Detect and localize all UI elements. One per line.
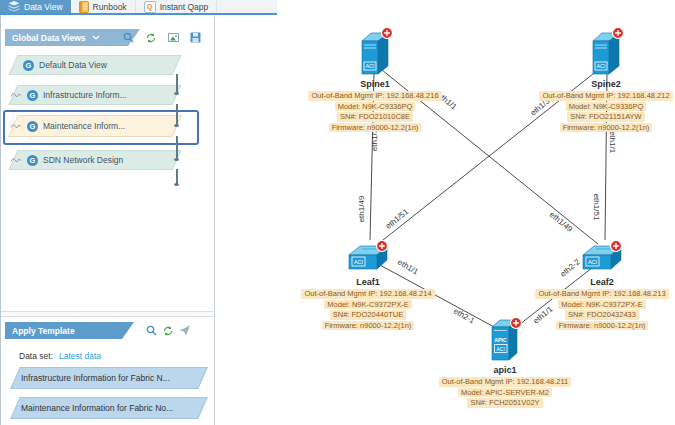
layer-pin-dot [174,92,179,95]
aci-tag: ACI [588,259,598,265]
sidebar-item-sdn-network-design[interactable]: G SDN Network Design [1,150,201,170]
device-info-line: Out-of-Band Mgmt IP: 192.168.48.216 [308,91,441,101]
layer-pin [176,74,178,94]
apic-server-icon: APIC ACI [487,314,523,364]
save-icon[interactable] [190,32,201,43]
device-name: Leaf1 [356,277,380,287]
apply-template-header: Apply Template [5,322,134,339]
device-name: Spine2 [591,79,621,89]
device-name: apic1 [493,365,516,375]
runbook-icon [79,1,89,13]
link-label: eth1/3 [370,129,379,151]
tab-runbook[interactable]: Runbook [71,0,136,13]
device-name: Leaf2 [590,277,614,287]
spine-switch-icon: ACI [357,26,393,78]
data-set-row: Data set: Latest data [19,351,101,361]
alert-badge-icon [382,28,393,39]
device-node-spine2[interactable]: ACI Spine2 Out-of-Band Mgmt IP: 192.168.… [521,26,675,132]
device-info-labels: Out-of-Band Mgmt IP: 192.168.48.211 Mode… [439,377,572,408]
data-set-label: Data set: [19,351,53,361]
tab-label: Instant Qapp [160,2,209,12]
app-window: Data View Runbook Q Instant Qapp Global … [0,0,675,425]
global-data-views-header[interactable]: Global Data Views [5,29,140,46]
aci-tag: ACI [596,63,606,69]
global-badge-icon: G [27,90,38,101]
aci-tag: ACI [354,259,364,265]
device-name: Spine1 [360,79,390,89]
tab-label: Data View [24,2,63,12]
aci-tag: ACI [497,346,505,352]
link-label: eth1/51 [384,207,410,231]
sidebar-item-label: Maintenance Inform... [43,121,125,131]
device-info-line: SN#: FDO20440TUE [330,310,406,320]
alert-badge-icon [611,241,622,252]
chevron-down-icon [92,35,100,40]
apply-send-icon[interactable] [179,325,191,336]
device-info-line: Firmware: n9000-12.2(1n) [329,123,422,133]
device-info-line: Out-of-Band Mgmt IP: 192.168.48.211 [439,377,572,387]
link-label: eth1/49 [548,210,574,234]
search-icon[interactable] [123,32,134,43]
signature-icon [10,156,22,164]
device-info-labels: Out-of-Band Mgmt IP: 192.168.48.214 Mode… [301,289,434,330]
template-item-maintenance[interactable]: Maintenance Information for Fabric No... [1,397,211,419]
device-info-line: Model: N9K-C9372PX-E [558,300,645,310]
device-info-line: SN#: FDO21010C8E [337,112,413,122]
apply-template-toolbar [146,325,191,337]
leaf-switch-icon: ACI [580,238,624,276]
refresh-icon[interactable] [145,32,157,44]
search-icon[interactable] [146,325,157,336]
global-badge-icon: G [23,60,34,71]
device-info-labels: Out-of-Band Mgmt IP: 192.168.48.216 Mode… [308,91,441,132]
sidebar-item-label: SDN Network Design [43,155,123,165]
device-info-line: Out-of-Band Mgmt IP: 192.168.48.212 [539,91,672,101]
device-info-line: Out-of-Band Mgmt IP: 192.168.48.213 [535,289,668,299]
sidebar-item-label: Infrastructure Inform... [43,90,127,100]
device-node-spine1[interactable]: ACI Spine1 Out-of-Band Mgmt IP: 192.168.… [290,26,460,132]
device-info-line: SN#: FCH2051V02Y [467,398,542,408]
device-info-line: Out-of-Band Mgmt IP: 192.168.48.214 [301,289,434,299]
global-badge-icon: G [27,155,38,166]
layer-pin-dot [174,124,179,127]
global-data-views-title: Global Data Views [12,33,86,43]
device-info-labels: Out-of-Band Mgmt IP: 192.168.48.212 Mode… [539,91,672,132]
tab-instant-qapp[interactable]: Q Instant Qapp [136,0,218,13]
device-info-line: Firmware: n9000-12.2(1n) [322,321,415,331]
template-item-label: Maintenance Information for Fabric No... [21,403,173,413]
tab-data-view[interactable]: Data View [0,0,71,13]
qapp-icon: Q [144,1,156,13]
sidebar-item-maintenance-information[interactable]: G Maintenance Inform... [1,115,201,137]
layer-pin [176,104,178,126]
spine-switch-icon: ACI [588,26,624,78]
device-info-line: Firmware: n9000-12.2(1n) [560,123,653,133]
device-info-line: Model: N9K-C9372PX-E [324,300,411,310]
template-item-infrastructure[interactable]: Infrastructure Information for Fabric N.… [1,367,211,389]
device-info-line: Model: N9K-C9336PQ [335,102,416,112]
export-image-icon[interactable] [168,32,179,43]
sidebar-item-default-data-view[interactable]: G Default Data View [1,55,201,75]
section-divider [1,311,213,317]
sidebar-toolbar [123,32,201,44]
aci-tag: ACI [365,63,375,69]
global-badge-icon: G [27,121,38,132]
leaf-switch-icon: ACI [346,238,390,276]
signature-icon [10,122,22,130]
layers-icon [8,1,20,12]
data-set-value-link[interactable]: Latest data [59,351,101,361]
device-info-line: Model: N9K-C9336PQ [566,102,647,112]
alert-badge-icon [613,28,624,39]
sidebar-item-label: Default Data View [39,60,107,70]
signature-icon [10,91,22,99]
data-view-sidebar: Global Data Views [0,15,215,425]
tab-label: Runbook [93,2,127,12]
apply-template-title: Apply Template [12,326,75,336]
layer-pin-dot [174,183,179,186]
device-node-apic1[interactable]: APIC ACI apic1 Out-of-Band Mgmt IP: 192.… [420,314,590,408]
link-label: eth1/1 [608,131,617,153]
refresh-icon[interactable] [162,325,174,337]
alert-badge-icon [511,318,522,329]
device-info-line: SN#: FDO21151AYW [567,112,644,122]
sidebar-item-infrastructure-information[interactable]: G Infrastructure Inform... [1,85,201,105]
layer-pin [176,136,178,160]
apic-tag: APIC [494,337,507,343]
